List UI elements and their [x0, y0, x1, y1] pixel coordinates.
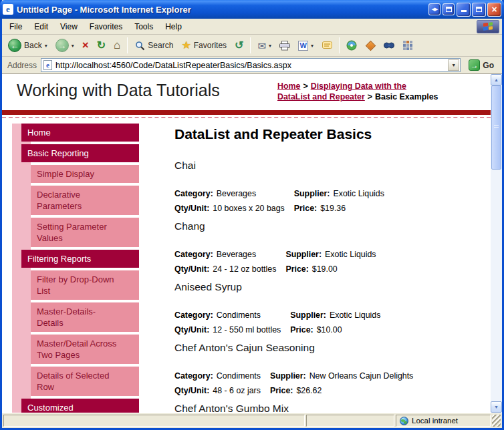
- product-item: Chef Anton's Gumbo Mix: [174, 403, 485, 413]
- site-title: Working with Data Tutorials: [17, 81, 220, 100]
- binoculars-button[interactable]: [380, 38, 398, 53]
- supplier-value: Exotic Liquids: [330, 310, 380, 320]
- menu-favorites[interactable]: Favorites: [84, 20, 128, 33]
- menu-file[interactable]: File: [3, 20, 28, 33]
- supplier-label: Supplier:: [294, 189, 330, 198]
- breadcrumb-home-link[interactable]: Home: [277, 81, 300, 91]
- word-icon: W: [298, 41, 308, 51]
- qty-value: 10 boxes x 20 bags: [213, 204, 284, 213]
- scroll-down-button[interactable]: ▼: [491, 401, 502, 413]
- price-label: Price:: [294, 204, 317, 213]
- qty-label: Qty/Unit:: [174, 204, 209, 213]
- refresh-button[interactable]: ↻: [94, 38, 109, 53]
- sidebar-item-declarative-parameters[interactable]: Declarative Parameters: [31, 186, 139, 215]
- toolbar: ← Back ▾ → ▾ × ↻ ⌂ Search ★ Favorites ↺ …: [2, 35, 502, 57]
- sidebar-item-setting-parameter-values[interactable]: Setting Parameter Values: [31, 218, 139, 247]
- menu-edit[interactable]: Edit: [28, 20, 54, 33]
- category-value: Condiments: [217, 310, 261, 320]
- mail-button[interactable]: ✉ ▾: [254, 39, 275, 53]
- qty-value: 24 - 12 oz bottles: [213, 264, 276, 274]
- status-bar: Local intranet: [2, 413, 502, 428]
- category-label: Category:: [174, 371, 213, 381]
- sidebar-item-customized-formatting[interactable]: Customized Formatting: [21, 399, 139, 413]
- history-button[interactable]: ↺: [231, 38, 247, 53]
- category-value: Beverages: [217, 189, 256, 198]
- product-name: Aniseed Syrup: [174, 281, 485, 293]
- supplier-value: Exotic Liquids: [333, 189, 384, 198]
- back-label: Back: [24, 41, 42, 50]
- sidebar-item-master-details-details[interactable]: Master-Details-Details: [31, 302, 139, 332]
- menu-bar: File Edit View Favorites Tools Help: [2, 19, 502, 35]
- resize-grip[interactable]: [492, 415, 501, 427]
- status-progress-panel: [306, 415, 394, 427]
- window-extra-button-1[interactable]: ◀▶: [428, 3, 440, 15]
- window-extra-button-2[interactable]: [443, 3, 455, 15]
- qty-value: 48 - 6 oz jars: [213, 386, 261, 395]
- category-value: Condiments: [217, 371, 261, 381]
- page-header: Working with Data Tutorials Home>Display…: [2, 74, 491, 110]
- edit-dropdown-icon: ▾: [311, 43, 313, 49]
- address-label: Address: [7, 61, 37, 70]
- product-item: Aniseed Syrup Category:Condiments Suppli…: [174, 281, 485, 337]
- qty-value: 12 - 550 ml bottles: [213, 325, 281, 335]
- go-label: Go: [483, 61, 494, 70]
- favorites-label: Favorites: [194, 41, 227, 50]
- home-button[interactable]: ⌂: [110, 38, 124, 53]
- vertical-scrollbar[interactable]: ▲ ▼: [491, 74, 502, 413]
- supplier-label: Supplier:: [270, 371, 306, 381]
- go-button[interactable]: → Go: [465, 58, 498, 72]
- forward-icon: →: [55, 39, 69, 52]
- stop-button[interactable]: ×: [79, 38, 92, 53]
- print-button[interactable]: [276, 38, 293, 53]
- sidebar-item-details-of-selected-row[interactable]: Details of Selected Row: [31, 367, 139, 396]
- forward-dropdown-icon: ▾: [72, 43, 74, 49]
- breadcrumb-separator: >: [368, 92, 372, 101]
- sidebar-item-home[interactable]: Home: [21, 124, 139, 142]
- category-label: Category:: [174, 250, 213, 259]
- price-value: $19.36: [320, 204, 346, 213]
- window-title: Untitled Page - Microsoft Internet Explo…: [17, 5, 425, 15]
- print-icon: [279, 40, 290, 51]
- qty-label: Qty/Unit:: [174, 264, 209, 274]
- messenger-button[interactable]: [343, 38, 360, 53]
- product-item: Chai Category:Beverages Supplier:Exotic …: [174, 160, 485, 216]
- page-icon: e: [43, 60, 52, 70]
- breadcrumb-section-line2: DataList and Repeater: [277, 92, 365, 101]
- research-button[interactable]: [362, 38, 379, 53]
- sidebar-item-filter-by-drop-down-list[interactable]: Filter by Drop-Down List: [31, 270, 139, 300]
- back-icon: ←: [8, 39, 21, 52]
- address-url[interactable]: http://localhost:4560/Code/DataListRepea…: [55, 61, 445, 70]
- address-input[interactable]: e http://localhost:4560/Code/DataListRep…: [41, 58, 461, 72]
- address-dropdown-button[interactable]: ▼: [448, 59, 459, 71]
- breadcrumb-separator: >: [303, 81, 307, 91]
- scroll-up-button[interactable]: ▲: [491, 74, 502, 85]
- scrollbar-thumb[interactable]: [491, 85, 501, 170]
- forward-button[interactable]: → ▾: [52, 37, 78, 54]
- minimize-button[interactable]: [457, 3, 471, 17]
- supplier-value: Exotic Liquids: [325, 250, 376, 259]
- product-name: Chang: [174, 220, 485, 232]
- discuss-button[interactable]: [318, 38, 336, 53]
- grid-button[interactable]: [399, 38, 416, 53]
- search-button[interactable]: Search: [131, 38, 176, 53]
- breadcrumb-section-line1: Displaying Data with the: [311, 81, 406, 91]
- menu-help[interactable]: Help: [159, 20, 188, 33]
- windows-logo-icon: [477, 20, 499, 33]
- maximize-button[interactable]: [472, 3, 486, 17]
- menu-view[interactable]: View: [54, 20, 84, 33]
- sidebar-item-basic-reporting[interactable]: Basic Reporting: [21, 144, 139, 162]
- sidebar-item-filtering-reports[interactable]: Filtering Reports: [21, 250, 139, 268]
- edit-with-word-button[interactable]: W ▾: [295, 39, 317, 53]
- price-value: $26.62: [296, 386, 322, 395]
- close-button[interactable]: ×: [487, 3, 501, 17]
- globe-icon: [400, 417, 408, 425]
- sidebar-item-master-detail-across-two-pages[interactable]: Master/Detail Across Two Pages: [31, 335, 139, 364]
- toolbar-separator: [250, 37, 251, 53]
- refresh-icon: ↻: [97, 40, 106, 51]
- back-button[interactable]: ← Back ▾: [5, 37, 51, 54]
- favorites-button[interactable]: ★ Favorites: [178, 38, 230, 53]
- search-label: Search: [148, 41, 173, 50]
- menu-tools[interactable]: Tools: [128, 20, 159, 33]
- sidebar-item-simple-display[interactable]: Simple Display: [31, 165, 139, 183]
- title-bar: e Untitled Page - Microsoft Internet Exp…: [0, 0, 504, 19]
